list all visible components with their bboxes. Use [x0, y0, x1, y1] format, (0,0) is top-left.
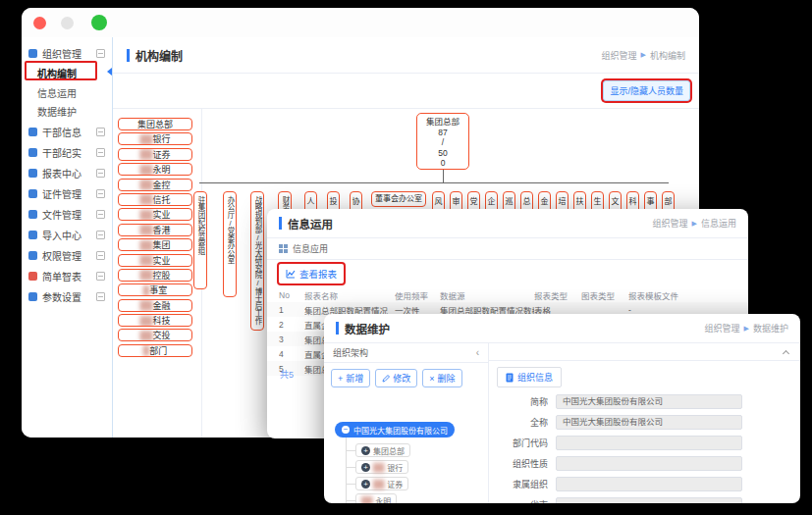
sidebar-item-data-maintenance[interactable]: 数据维护: [22, 101, 112, 121]
sidebar-item-certificate-mgmt[interactable]: 证件管理: [22, 183, 112, 203]
org-list-item[interactable]: ██香港: [118, 224, 192, 236]
org-list-item[interactable]: ██信托: [118, 193, 192, 206]
maximize-window-icon[interactable]: [91, 15, 107, 30]
sidebar-item-report-center[interactable]: 报表中心: [22, 163, 112, 182]
close-window-icon[interactable]: [33, 17, 46, 29]
info-panel-title: 信息运用: [288, 216, 333, 232]
info-button-row: 查看报表: [267, 260, 748, 287]
org-management-icon: [28, 49, 37, 58]
tab-org-info[interactable]: 组织信息: [497, 367, 562, 387]
file-icon: [28, 210, 37, 219]
breadcrumb-arrow-icon: ▶: [692, 220, 697, 228]
chart-node[interactable]: 董事会办公室: [371, 191, 426, 207]
collapse-bar[interactable]: [489, 343, 800, 361]
certificate-icon: [28, 189, 37, 198]
breadcrumb-current: 数据维护: [753, 322, 788, 335]
collapse-node-icon[interactable]: −: [342, 426, 350, 434]
tree-node[interactable]: ██ 永明: [355, 493, 397, 503]
collapse-minus-icon[interactable]: [96, 231, 105, 239]
org-list-item[interactable]: █部门: [118, 344, 192, 357]
org-list-item[interactable]: 集团总部: [118, 118, 192, 130]
view-report-button[interactable]: 查看报表: [279, 264, 344, 283]
tree-node[interactable]: + 集团总部: [355, 443, 410, 457]
page-header: 机构编制 组织管理 ▶ 机构编制: [113, 37, 699, 74]
sidebar-item-parameter-settings[interactable]: 参数设置: [22, 286, 112, 306]
expand-node-icon[interactable]: +: [361, 463, 370, 472]
chart-toolbar: 显示/隐藏人员数量: [113, 74, 699, 109]
edit-node-button[interactable]: 修改: [375, 369, 417, 387]
breadcrumb-current: 机构编制: [650, 49, 685, 62]
collapse-minus-icon[interactable]: [96, 210, 105, 219]
chart-node[interactable]: 战略规划部/光大研究院/博士后工作站: [250, 191, 264, 331]
org-list-item[interactable]: ██金融: [118, 299, 192, 312]
minimize-window-icon[interactable]: [61, 17, 74, 29]
parent-org-field[interactable]: [556, 477, 742, 491]
table-total-count[interactable]: 共5: [280, 368, 294, 381]
short-name-field[interactable]: 中国光大集团股份有限公司: [556, 394, 742, 409]
org-list-item[interactable]: ██控股: [118, 269, 192, 282]
collapse-minus-icon[interactable]: [96, 169, 105, 178]
toggle-hidden-count-button[interactable]: 显示/隐藏人员数量: [603, 80, 690, 101]
collapse-minus-icon[interactable]: [96, 148, 105, 157]
collapse-pane-icon[interactable]: ‹: [476, 347, 479, 358]
org-list-item[interactable]: ██证券: [118, 148, 192, 161]
org-nature-field[interactable]: [556, 456, 742, 471]
chart-root-node[interactable]: 集团总部 87 / 50 0: [416, 113, 469, 170]
org-unit-list: 集团总部 ██银行 ██证券 ██永明 ██金控 ██信托 ██实业 ██香港 …: [118, 118, 192, 357]
chart-node[interactable]: 驻集团纪检监察组13/50: [193, 191, 207, 289]
breadcrumb-parent[interactable]: 组织管理: [705, 322, 740, 335]
collapse-minus-icon[interactable]: [96, 292, 105, 301]
full-name-field[interactable]: 中国光大集团股份有限公司: [556, 415, 742, 430]
line-chart-icon: [286, 269, 296, 279]
form-row: 省市: [489, 496, 800, 503]
tree-node[interactable]: + ██ 证券: [355, 477, 408, 490]
org-list-item[interactable]: ██实业: [118, 208, 192, 221]
breadcrumb-parent[interactable]: 组织管理: [602, 49, 637, 62]
form-row: 组织性质: [489, 455, 800, 471]
department-code-field[interactable]: [556, 436, 742, 450]
org-list-item[interactable]: ██集团: [118, 238, 192, 251]
sidebar-item-simple-report[interactable]: 简单智表: [22, 266, 112, 285]
expand-node-icon[interactable]: +: [361, 446, 370, 455]
org-list-item[interactable]: ██银行: [118, 132, 192, 145]
collapse-minus-icon[interactable]: [96, 49, 105, 58]
org-list-item[interactable]: ██永明: [118, 163, 192, 176]
sidebar-item-permission-mgmt[interactable]: 权限管理: [22, 245, 112, 265]
collapse-minus-icon[interactable]: [96, 272, 105, 281]
maint-panel-header: 数据维护 组织管理 ▶ 数据维护: [324, 314, 800, 343]
org-list-item[interactable]: ██金控: [118, 179, 192, 191]
report-table-header: No 报表名称 使用频率 数据源 报表类型 图表类型 报表模板文件: [267, 287, 748, 302]
sidebar-item-file-mgmt[interactable]: 文件管理: [22, 204, 112, 224]
sidebar-item-cadre-info[interactable]: 干部信息: [22, 122, 112, 141]
sidebar-item-info-usage[interactable]: 信息运用: [22, 82, 112, 102]
org-info-form: 简称 中国光大集团股份有限公司 全称 中国光大集团股份有限公司 部门代码 组织性…: [489, 388, 800, 503]
sidebar-group-label: 组织管理: [42, 46, 96, 61]
expand-node-icon[interactable]: +: [361, 480, 370, 489]
sidebar-item-cadre-records[interactable]: 干部纪实: [22, 142, 112, 162]
org-list-item[interactable]: ██交投: [118, 329, 192, 341]
plus-icon: +: [338, 374, 343, 384]
breadcrumb-current: 信息运用: [701, 217, 736, 230]
delete-node-button[interactable]: ×删除: [422, 369, 461, 387]
sidebar-item-import-center[interactable]: 导入中心: [22, 225, 112, 244]
tree-root-node[interactable]: − 中国光大集团股份有限公司: [335, 422, 455, 438]
org-tree-pane: 组织架构 ‹ +新增 修改 ×删除 − 中国光大集团股份有限公司 + 集团总部 …: [324, 343, 489, 503]
org-list-item[interactable]: █事室: [118, 283, 192, 296]
screenshot-stage: 组织管理 机构编制 信息运用 数据维护 干部信息 干部纪实: [0, 0, 812, 515]
close-icon: ×: [429, 374, 434, 384]
province-city-field[interactable]: [556, 497, 742, 504]
collapse-minus-icon[interactable]: [96, 128, 105, 136]
collapse-minus-icon[interactable]: [96, 251, 105, 260]
sidebar-group-org-management[interactable]: 组织管理: [22, 43, 112, 63]
breadcrumb-parent[interactable]: 组织管理: [653, 217, 688, 230]
chart-node[interactable]: 办公厅/党委办公室19/80: [223, 191, 237, 297]
collapse-minus-icon[interactable]: [96, 189, 105, 198]
add-node-button[interactable]: +新增: [331, 369, 370, 387]
org-list-item[interactable]: ██实业: [118, 254, 192, 267]
page-title: 机构编制: [135, 47, 183, 64]
sidebar-item-org-structure[interactable]: 机构编制: [22, 63, 112, 82]
org-list-item[interactable]: ██科技: [118, 314, 192, 327]
sidebar: 组织管理 机构编制 信息运用 数据维护 干部信息 干部纪实: [22, 37, 113, 438]
tree-node[interactable]: + ██ 银行: [355, 460, 408, 474]
tree-action-buttons: +新增 修改 ×删除: [331, 369, 462, 387]
